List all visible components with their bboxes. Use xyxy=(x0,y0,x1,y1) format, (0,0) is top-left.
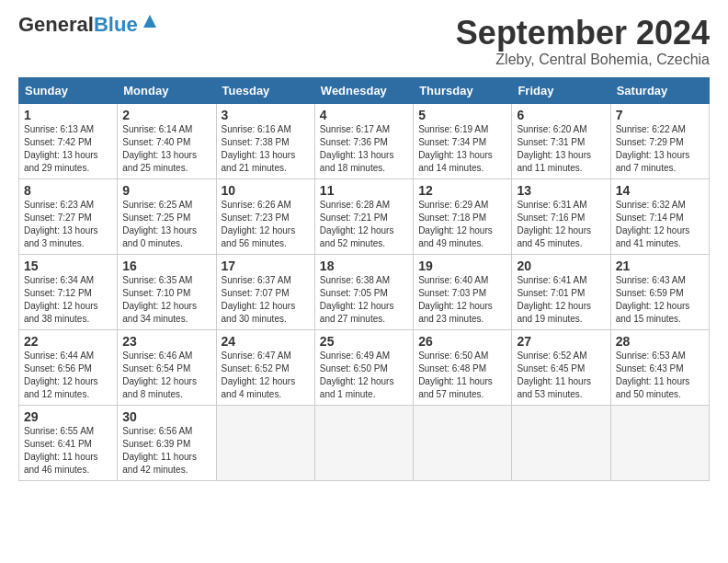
cell-day-number: 4 xyxy=(320,108,408,122)
calendar-cell: 18Sunrise: 6:38 AM Sunset: 7:05 PM Dayli… xyxy=(314,254,413,329)
cell-day-number: 27 xyxy=(517,334,605,349)
cell-day-number: 10 xyxy=(222,183,310,198)
logo-general: General xyxy=(18,13,94,36)
cell-info: Sunrise: 6:23 AM Sunset: 7:27 PM Dayligh… xyxy=(24,199,112,250)
cell-day-number: 21 xyxy=(616,259,704,273)
location: Zleby, Central Bohemia, Czechia xyxy=(456,52,710,68)
cell-day-number: 9 xyxy=(122,183,210,198)
cell-info: Sunrise: 6:13 AM Sunset: 7:42 PM Dayligh… xyxy=(24,123,112,175)
weekday-header-row: SundayMondayTuesdayWednesdayThursdayFrid… xyxy=(19,77,710,103)
calendar-cell: 22Sunrise: 6:44 AM Sunset: 6:56 PM Dayli… xyxy=(19,329,118,405)
calendar-cell: 12Sunrise: 6:29 AM Sunset: 7:18 PM Dayli… xyxy=(414,178,512,254)
calendar-cell: 1Sunrise: 6:13 AM Sunset: 7:42 PM Daylig… xyxy=(19,103,118,178)
cell-day-number: 14 xyxy=(616,183,704,198)
cell-info: Sunrise: 6:49 AM Sunset: 6:50 PM Dayligh… xyxy=(320,350,408,401)
week-row-3: 15Sunrise: 6:34 AM Sunset: 7:12 PM Dayli… xyxy=(19,254,710,329)
cell-day-number: 19 xyxy=(418,259,506,273)
calendar-cell: 2Sunrise: 6:14 AM Sunset: 7:40 PM Daylig… xyxy=(118,103,216,178)
calendar-cell: 20Sunrise: 6:41 AM Sunset: 7:01 PM Dayli… xyxy=(512,254,610,329)
cell-day-number: 22 xyxy=(24,334,112,349)
weekday-header-monday: Monday xyxy=(118,77,216,103)
cell-info: Sunrise: 6:16 AM Sunset: 7:38 PM Dayligh… xyxy=(222,123,310,175)
cell-info: Sunrise: 6:28 AM Sunset: 7:21 PM Dayligh… xyxy=(320,199,408,250)
cell-day-number: 11 xyxy=(320,183,408,198)
cell-info: Sunrise: 6:14 AM Sunset: 7:40 PM Dayligh… xyxy=(122,123,210,175)
cell-info: Sunrise: 6:17 AM Sunset: 7:36 PM Dayligh… xyxy=(320,123,408,175)
cell-day-number: 18 xyxy=(320,259,408,273)
cell-info: Sunrise: 6:40 AM Sunset: 7:03 PM Dayligh… xyxy=(418,274,506,326)
cell-day-number: 3 xyxy=(222,108,310,122)
calendar-cell: 11Sunrise: 6:28 AM Sunset: 7:21 PM Dayli… xyxy=(314,178,413,254)
cell-info: Sunrise: 6:20 AM Sunset: 7:31 PM Dayligh… xyxy=(517,123,605,175)
cell-info: Sunrise: 6:32 AM Sunset: 7:14 PM Dayligh… xyxy=(616,199,704,250)
week-row-4: 22Sunrise: 6:44 AM Sunset: 6:56 PM Dayli… xyxy=(19,329,710,405)
cell-info: Sunrise: 6:46 AM Sunset: 6:54 PM Dayligh… xyxy=(122,350,210,401)
cell-day-number: 28 xyxy=(616,334,704,349)
calendar-cell: 16Sunrise: 6:35 AM Sunset: 7:10 PM Dayli… xyxy=(118,254,216,329)
cell-day-number: 30 xyxy=(122,409,210,424)
calendar-cell: 30Sunrise: 6:56 AM Sunset: 6:39 PM Dayli… xyxy=(118,405,216,480)
cell-day-number: 5 xyxy=(418,108,506,122)
cell-day-number: 23 xyxy=(122,334,210,349)
cell-info: Sunrise: 6:37 AM Sunset: 7:07 PM Dayligh… xyxy=(222,274,310,326)
calendar-cell: 27Sunrise: 6:52 AM Sunset: 6:45 PM Dayli… xyxy=(512,329,610,405)
cell-day-number: 7 xyxy=(616,108,704,122)
calendar-cell: 15Sunrise: 6:34 AM Sunset: 7:12 PM Dayli… xyxy=(19,254,118,329)
calendar-cell: 3Sunrise: 6:16 AM Sunset: 7:38 PM Daylig… xyxy=(216,103,314,178)
calendar-cell: 17Sunrise: 6:37 AM Sunset: 7:07 PM Dayli… xyxy=(216,254,314,329)
cell-info: Sunrise: 6:19 AM Sunset: 7:34 PM Dayligh… xyxy=(418,123,506,175)
cell-day-number: 17 xyxy=(222,259,310,273)
month-title: September 2024 xyxy=(456,15,710,52)
cell-day-number: 8 xyxy=(24,183,112,198)
weekday-header-saturday: Saturday xyxy=(610,77,709,103)
calendar-cell: 21Sunrise: 6:43 AM Sunset: 6:59 PM Dayli… xyxy=(610,254,709,329)
cell-day-number: 29 xyxy=(24,409,112,424)
calendar-cell: 7Sunrise: 6:22 AM Sunset: 7:29 PM Daylig… xyxy=(610,103,709,178)
cell-day-number: 2 xyxy=(122,108,210,122)
weekday-header-sunday: Sunday xyxy=(19,77,118,103)
cell-info: Sunrise: 6:29 AM Sunset: 7:18 PM Dayligh… xyxy=(418,199,506,250)
cell-day-number: 1 xyxy=(24,108,112,122)
logo: GeneralBlue xyxy=(18,15,160,35)
calendar-cell: 26Sunrise: 6:50 AM Sunset: 6:48 PM Dayli… xyxy=(414,329,512,405)
cell-day-number: 15 xyxy=(24,259,112,273)
cell-info: Sunrise: 6:41 AM Sunset: 7:01 PM Dayligh… xyxy=(517,274,605,326)
calendar-cell: 4Sunrise: 6:17 AM Sunset: 7:36 PM Daylig… xyxy=(314,103,413,178)
logo-icon xyxy=(140,11,160,31)
calendar-cell: 19Sunrise: 6:40 AM Sunset: 7:03 PM Dayli… xyxy=(414,254,512,329)
page: GeneralBlue September 2024 Zleby, Centra… xyxy=(0,0,728,490)
cell-info: Sunrise: 6:22 AM Sunset: 7:29 PM Dayligh… xyxy=(616,123,704,175)
calendar-cell: 29Sunrise: 6:55 AM Sunset: 6:41 PM Dayli… xyxy=(19,405,118,480)
calendar-cell: 9Sunrise: 6:25 AM Sunset: 7:25 PM Daylig… xyxy=(118,178,216,254)
cell-info: Sunrise: 6:50 AM Sunset: 6:48 PM Dayligh… xyxy=(418,350,506,401)
cell-info: Sunrise: 6:56 AM Sunset: 6:39 PM Dayligh… xyxy=(122,425,210,477)
calendar-cell: 23Sunrise: 6:46 AM Sunset: 6:54 PM Dayli… xyxy=(118,329,216,405)
week-row-1: 1Sunrise: 6:13 AM Sunset: 7:42 PM Daylig… xyxy=(19,103,710,178)
calendar-cell: 24Sunrise: 6:47 AM Sunset: 6:52 PM Dayli… xyxy=(216,329,314,405)
calendar-cell xyxy=(414,405,512,480)
cell-info: Sunrise: 6:31 AM Sunset: 7:16 PM Dayligh… xyxy=(517,199,605,250)
logo-blue: Blue xyxy=(94,13,138,36)
calendar-cell: 13Sunrise: 6:31 AM Sunset: 7:16 PM Dayli… xyxy=(512,178,610,254)
calendar-cell: 28Sunrise: 6:53 AM Sunset: 6:43 PM Dayli… xyxy=(610,329,709,405)
cell-day-number: 12 xyxy=(418,183,506,198)
calendar-cell: 25Sunrise: 6:49 AM Sunset: 6:50 PM Dayli… xyxy=(314,329,413,405)
cell-day-number: 16 xyxy=(122,259,210,273)
cell-info: Sunrise: 6:47 AM Sunset: 6:52 PM Dayligh… xyxy=(222,350,310,401)
weekday-header-friday: Friday xyxy=(512,77,610,103)
calendar-cell: 5Sunrise: 6:19 AM Sunset: 7:34 PM Daylig… xyxy=(414,103,512,178)
calendar-cell xyxy=(216,405,314,480)
calendar-cell xyxy=(610,405,709,480)
week-row-5: 29Sunrise: 6:55 AM Sunset: 6:41 PM Dayli… xyxy=(19,405,710,480)
svg-marker-0 xyxy=(143,15,156,28)
calendar-cell: 14Sunrise: 6:32 AM Sunset: 7:14 PM Dayli… xyxy=(610,178,709,254)
cell-day-number: 20 xyxy=(517,259,605,273)
cell-day-number: 24 xyxy=(222,334,310,349)
cell-info: Sunrise: 6:38 AM Sunset: 7:05 PM Dayligh… xyxy=(320,274,408,326)
cell-info: Sunrise: 6:52 AM Sunset: 6:45 PM Dayligh… xyxy=(517,350,605,401)
cell-info: Sunrise: 6:55 AM Sunset: 6:41 PM Dayligh… xyxy=(24,425,112,477)
cell-info: Sunrise: 6:34 AM Sunset: 7:12 PM Dayligh… xyxy=(24,274,112,326)
cell-info: Sunrise: 6:26 AM Sunset: 7:23 PM Dayligh… xyxy=(222,199,310,250)
calendar-cell xyxy=(512,405,610,480)
cell-info: Sunrise: 6:43 AM Sunset: 6:59 PM Dayligh… xyxy=(616,274,704,326)
